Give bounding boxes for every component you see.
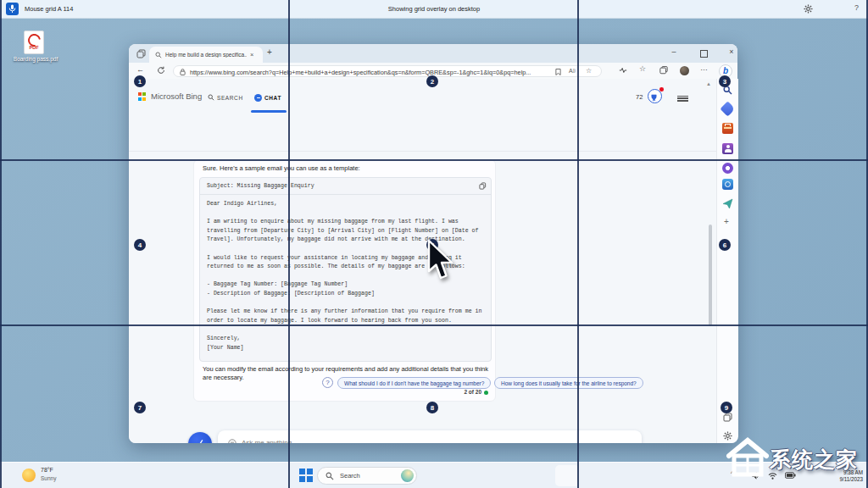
microphone-button[interactable] xyxy=(6,3,19,15)
weather-sun-icon[interactable] xyxy=(22,469,36,482)
tab-search[interactable]: SEARCH xyxy=(208,94,243,101)
tab-close-icon[interactable]: × xyxy=(250,51,253,58)
screen: PDF Boarding pass.pdf Mouse grid A 114 S… xyxy=(0,0,868,488)
grid-cell-9[interactable]: 9 xyxy=(721,402,732,413)
active-app-highlight xyxy=(555,465,579,486)
question-mark-icon: ? xyxy=(322,377,333,388)
suggestion-chip[interactable]: How long does it usually take for the ai… xyxy=(494,377,643,389)
grid-line-vertical xyxy=(288,0,290,488)
profile-avatar[interactable] xyxy=(680,66,689,75)
chat-tab-underline xyxy=(251,110,287,113)
mouse-cursor xyxy=(426,239,457,281)
minimize-button[interactable]: – xyxy=(669,47,679,56)
sidebar-customize-icon[interactable] xyxy=(723,413,732,422)
bing-chat-page: Microsoft Bing SEARCH CHAT 72 xyxy=(129,79,716,443)
sidebar-send-icon[interactable] xyxy=(722,198,733,209)
rewards-points: 72 xyxy=(636,93,643,101)
taskbar-search-box[interactable]: Search xyxy=(317,467,417,485)
tray-date: 9/11/2023 xyxy=(839,476,863,483)
grid-cell-4[interactable]: 4 xyxy=(134,239,146,251)
scroll-up-arrow-icon[interactable]: ▲ xyxy=(706,81,711,86)
microsoft-logo-icon xyxy=(138,92,147,101)
grid-cell-6[interactable]: 6 xyxy=(719,239,731,251)
refresh-icon[interactable] xyxy=(157,66,165,75)
start-button[interactable] xyxy=(299,469,313,482)
more-menu-icon[interactable]: … xyxy=(700,64,709,72)
maximize-button[interactable] xyxy=(700,50,708,58)
pdf-badge: PDF xyxy=(25,45,43,50)
sidebar-games-icon[interactable] xyxy=(722,163,733,174)
weather-condition: Sunny xyxy=(41,475,56,481)
pdf-file-icon: PDF xyxy=(24,30,44,54)
pdf-file-label: Boarding pass.pdf xyxy=(12,56,59,63)
sidebar-add-icon[interactable]: + xyxy=(724,217,729,226)
microphone-icon xyxy=(8,4,16,14)
chat-bubble-icon xyxy=(254,94,262,102)
new-topic-button[interactable] xyxy=(188,432,212,443)
sidebar-shopping-icon[interactable] xyxy=(720,101,735,116)
header-divider xyxy=(129,151,716,152)
grid-line-vertical xyxy=(577,0,579,488)
rewards-trophy-icon[interactable] xyxy=(648,89,662,103)
grid-cell-1[interactable]: 1 xyxy=(134,75,146,87)
bing-brand[interactable]: Microsoft Bing xyxy=(151,92,202,101)
search-highlights-icon xyxy=(401,469,414,482)
grid-cell-7[interactable]: 7 xyxy=(134,402,146,413)
weather-temperature[interactable]: 78°F xyxy=(41,467,53,473)
watermark-text: 系统之家 xyxy=(770,446,858,474)
tab-strip: Help me build a design specifica... × + … xyxy=(129,44,737,63)
collections-icon[interactable] xyxy=(659,66,668,75)
code-block-header: Subject: Missing Baggage Enquiry xyxy=(207,182,314,191)
notification-dot xyxy=(659,87,664,92)
add-favorite-star-icon[interactable]: ☆ xyxy=(639,64,646,73)
new-tab-button[interactable]: + xyxy=(267,47,272,57)
window-close-button[interactable]: × xyxy=(726,47,737,56)
bookmark-flag-icon[interactable] xyxy=(555,69,561,75)
tab-favicon-search-icon xyxy=(155,52,162,58)
read-aloud-icon[interactable]: A)) xyxy=(569,68,576,74)
sidebar-tools-icon[interactable] xyxy=(722,123,733,134)
desktop-pdf-shortcut[interactable]: PDF Boarding pass.pdf xyxy=(12,30,59,71)
browser-tab[interactable]: Help me build a design specifica... × xyxy=(149,47,263,63)
tab-title: Help me build a design specifica... xyxy=(165,52,247,58)
sidebar-people-icon[interactable] xyxy=(722,143,733,154)
grid-cell-8[interactable]: 8 xyxy=(426,402,438,413)
hamburger-menu-icon[interactable] xyxy=(677,94,688,103)
grid-cell-3[interactable]: 3 xyxy=(719,75,731,87)
lock-icon xyxy=(180,69,186,75)
copy-icon[interactable] xyxy=(479,182,487,190)
browser-essentials-icon[interactable] xyxy=(619,66,627,75)
voice-access-status: Showing grid overlay on desktop xyxy=(388,5,480,13)
sidebar-image-creator-icon[interactable] xyxy=(722,179,733,190)
help-icon[interactable]: ? xyxy=(854,3,859,12)
voice-access-bar: Mouse grid A 114 Showing grid overlay on… xyxy=(0,0,868,19)
broom-icon xyxy=(195,439,206,444)
edge-sidebar: + xyxy=(716,79,738,443)
tab-chat[interactable]: CHAT xyxy=(254,94,281,102)
back-button[interactable]: ← xyxy=(136,65,144,74)
url-text: https://www.bing.com/search?q=Help+me+bu… xyxy=(190,69,549,76)
taskbar-search-icon xyxy=(326,472,334,480)
suggestion-chip[interactable]: What should I do if I don't have the bag… xyxy=(337,377,491,389)
page-scrollbar-thumb[interactable] xyxy=(709,225,712,326)
code-header-divider xyxy=(200,194,491,195)
answer-intro: Sure. Here's a sample email you can use … xyxy=(203,164,360,173)
grid-line-vertical xyxy=(0,0,2,488)
tab-actions-icon[interactable] xyxy=(136,49,146,58)
grid-line-horizontal xyxy=(0,324,868,326)
grid-line-horizontal xyxy=(0,159,868,161)
ask-bubble-icon xyxy=(228,439,236,443)
gear-icon[interactable] xyxy=(804,4,813,14)
status-green-dot xyxy=(484,391,488,395)
address-bar[interactable]: https://www.bing.com/search?q=Help+me+bu… xyxy=(173,65,602,77)
taskbar-search-placeholder: Search xyxy=(340,472,360,480)
search-icon xyxy=(208,94,214,101)
watermark-house-icon xyxy=(726,435,770,478)
favorites-star-icon[interactable]: ☆ xyxy=(586,67,592,75)
voice-access-title: Mouse grid A 114 xyxy=(25,5,73,13)
grid-cell-2[interactable]: 2 xyxy=(426,75,438,87)
answer-pager: 2 of 20 xyxy=(464,389,481,395)
